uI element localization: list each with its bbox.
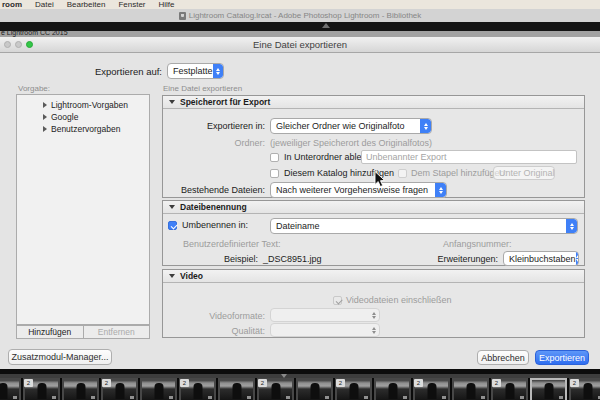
thumbnail-photo <box>0 380 19 400</box>
thumbnail-photo <box>142 380 175 400</box>
zoom-window-button[interactable] <box>26 41 33 48</box>
rename-template-dropdown[interactable]: Dateiname <box>270 218 578 234</box>
minimize-window-button[interactable] <box>15 41 22 48</box>
menu-item-hilfe[interactable]: Hilfe <box>159 0 175 9</box>
existing-files-label: Bestehende Dateien: <box>115 185 265 195</box>
filmstrip-thumbnail[interactable] <box>296 378 333 400</box>
panel-header-file-naming[interactable]: Dateibenennung <box>163 201 584 214</box>
extensions-dropdown[interactable]: Kleinbuchstaben <box>503 251 579 266</box>
stepper-icon <box>213 64 223 78</box>
subfolder-checkbox[interactable] <box>270 153 279 162</box>
stack-count-badge[interactable]: 2 <box>102 379 111 387</box>
stack-count-badge[interactable]: 2 <box>180 379 189 387</box>
close-window-button[interactable] <box>4 41 11 48</box>
stack-count-badge[interactable]: 2 <box>570 379 579 387</box>
filmstrip-thumbnail[interactable] <box>140 378 177 400</box>
photo-silhouette <box>76 383 85 399</box>
filmstrip-thumbnail[interactable] <box>218 378 255 400</box>
existing-files-dropdown[interactable]: Nach weiterer Vorgehensweise fragen <box>270 182 447 198</box>
filmstrip-thumbnail[interactable] <box>530 378 567 400</box>
disclosure-triangle-icon[interactable] <box>43 114 47 120</box>
add-preset-button[interactable]: Hinzufügen <box>16 325 84 339</box>
window-partial-title: e Lightroom CC 2015 <box>1 29 68 36</box>
rename-label: Umbenennen in: <box>182 220 248 230</box>
chevron-down-icon <box>169 274 175 278</box>
plugin-manager-button[interactable]: Zusatzmodul-Manager... <box>8 349 112 365</box>
thumbnail-photo <box>532 380 565 400</box>
menu-item-fenster[interactable]: Fenster <box>118 0 145 9</box>
thumbnail-corner-mark <box>169 396 173 399</box>
filmstrip-thumbnail[interactable]: 2 <box>569 378 600 400</box>
stack-count-badge[interactable]: 2 <box>258 379 267 387</box>
photo-silhouette <box>388 383 397 399</box>
app-title: Lightroom Catalog.lrcat - Adobe Photosho… <box>189 11 422 20</box>
panel-header-export-location[interactable]: Speicherort für Export <box>163 96 584 109</box>
stack-count-badge[interactable]: 2 <box>336 379 345 387</box>
macos-menu-bar: room Datei Bearbeiten Fenster Hilfe <box>0 0 600 9</box>
main-heading: Eine Datei exportieren <box>163 84 242 93</box>
rename-template-value: Dateiname <box>276 221 320 231</box>
add-to-stack-value: Unter Original <box>499 168 555 178</box>
panel-header-video[interactable]: Video <box>163 270 584 283</box>
photo-silhouette <box>349 383 358 399</box>
thumbnail-corner-mark <box>364 396 368 399</box>
preset-item-label: Google <box>51 112 78 122</box>
filmstrip-thumbnail[interactable]: 2 <box>23 378 60 400</box>
filmstrip-thumbnail[interactable]: 2 <box>335 378 372 400</box>
export-to-dropdown[interactable]: Festplatte <box>167 63 224 79</box>
thumbnail-corner-mark <box>442 396 446 399</box>
export-in-dropdown[interactable]: Gleicher Ordner wie Originalfoto <box>270 118 432 134</box>
filmstrip-thumbnail[interactable]: 2 <box>179 378 216 400</box>
disclosure-triangle-icon[interactable] <box>43 102 47 108</box>
photo-silhouette <box>544 383 553 399</box>
video-quality-label: Qualität: <box>115 326 265 336</box>
menu-item-lightroom[interactable]: room <box>2 0 22 9</box>
add-to-stack-checkbox <box>398 169 407 178</box>
stack-count-badge[interactable]: 2 <box>414 379 423 387</box>
filmstrip-thumbnail[interactable]: 2 <box>101 378 138 400</box>
dialog-title: Eine Datei exportieren <box>253 39 347 50</box>
rename-checkbox[interactable] <box>168 221 177 230</box>
extensions-value: Kleinbuchstaben <box>509 254 576 264</box>
thumbnail-corner-mark <box>52 396 56 399</box>
menu-item-datei[interactable]: Datei <box>35 0 54 9</box>
photo-silhouette <box>154 383 163 399</box>
photo-silhouette <box>310 383 319 399</box>
panel-title: Speicherort für Export <box>180 97 270 107</box>
filmstrip-thumbnail[interactable] <box>374 378 411 400</box>
cancel-button[interactable]: Abbrechen <box>477 350 529 365</box>
filmstrip-thumbnail[interactable]: 2 <box>257 378 294 400</box>
preset-item-lightroom-vorgaben[interactable]: Lightroom-Vorgaben <box>17 99 149 111</box>
filmstrip-thumbnail[interactable] <box>452 378 489 400</box>
filmstrip-thumbnail[interactable] <box>62 378 99 400</box>
chevron-down-icon <box>169 205 175 209</box>
thumbnail-photo <box>454 380 487 400</box>
include-video-label: Videodateien einschließen <box>346 295 451 305</box>
thumbnail-photo <box>298 380 331 400</box>
export-to-label: Exportieren auf: <box>42 66 162 77</box>
thumbnail-corner-mark <box>13 396 17 399</box>
filmstrip: 22222222 <box>0 374 600 400</box>
stack-count-badge[interactable]: 2 <box>24 379 33 387</box>
preset-item-label: Benutzervorgaben <box>51 124 120 134</box>
panel-collapse-arrow-icon[interactable] <box>322 23 330 28</box>
stack-count-badge[interactable]: 2 <box>492 379 501 387</box>
existing-files-value: Nach weiterer Vorgehensweise fragen <box>276 185 428 195</box>
filmstrip-thumbnail[interactable]: 2 <box>491 378 528 400</box>
add-to-catalog-checkbox[interactable] <box>270 169 279 178</box>
photo-silhouette <box>466 383 475 399</box>
filmstrip-thumbnail[interactable] <box>0 378 21 400</box>
video-quality-dropdown <box>270 323 380 337</box>
thumbnail-corner-mark <box>286 396 290 399</box>
thumbnail-corner-mark <box>481 396 485 399</box>
menu-item-bearbeiten[interactable]: Bearbeiten <box>67 0 106 9</box>
thumbnail-photo <box>376 380 409 400</box>
disclosure-triangle-icon[interactable] <box>43 126 47 132</box>
subfolder-name-input[interactable] <box>361 150 577 164</box>
export-button[interactable]: Exportieren <box>535 350 589 365</box>
stepper-icon <box>368 309 379 321</box>
app-title-bar: Lightroom Catalog.lrcat - Adobe Photosho… <box>0 9 600 22</box>
panel-title: Dateibenennung <box>180 202 247 212</box>
filmstrip-thumbnail[interactable]: 2 <box>413 378 450 400</box>
thumbnail-corner-mark <box>325 396 329 399</box>
